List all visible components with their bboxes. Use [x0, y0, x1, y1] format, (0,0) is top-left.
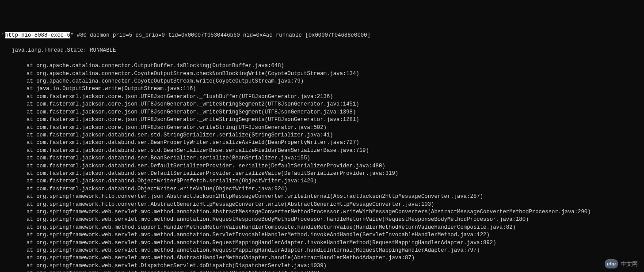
stack-frame: at com.fasterxml.jackson.databind.ser.st… [0, 132, 644, 139]
stack-frame: at org.springframework.web.servlet.mvc.m… [0, 239, 644, 247]
watermark: php 中文网 [605, 259, 638, 268]
stack-trace: at org.apache.catalina.connector.OutputB… [0, 62, 644, 272]
watermark-text: 中文网 [621, 260, 638, 268]
stack-frame: at org.springframework.web.servlet.mvc.m… [0, 254, 644, 262]
thread-state-line: java.lang.Thread.State: RUNNABLE [0, 47, 644, 54]
stack-frame: at org.springframework.web.servlet.mvc.m… [0, 231, 644, 239]
thread-name-highlight[interactable]: http-nio-8088-exec-6 [5, 32, 70, 38]
stack-frame: at org.springframework.web.servlet.mvc.m… [0, 216, 644, 223]
stack-frame: at org.apache.catalina.connector.CoyoteO… [0, 70, 644, 78]
stack-frame: at org.springframework.http.converter.js… [0, 193, 644, 200]
stack-frame: at com.fasterxml.jackson.core.json.UTF8J… [0, 116, 644, 124]
thread-meta: #80 daemon prio=5 os_prio=0 tid=0x00007f… [73, 32, 370, 38]
stack-frame: at com.fasterxml.jackson.core.json.UTF8J… [0, 101, 644, 108]
stack-frame: at com.fasterxml.jackson.databind.ser.De… [0, 162, 644, 170]
stack-frame: at org.springframework.web.servlet.Dispa… [0, 270, 644, 272]
stack-frame: at org.apache.catalina.connector.OutputB… [0, 62, 644, 70]
stack-frame: at java.io.OutputStream.write(OutputStre… [0, 85, 644, 93]
stack-frame: at org.springframework.web.servlet.mvc.m… [0, 247, 644, 254]
stack-frame: at org.springframework.web.servlet.Dispa… [0, 262, 644, 270]
stack-frame: at com.fasterxml.jackson.core.json.UTF8J… [0, 93, 644, 101]
stack-frame: at com.fasterxml.jackson.databind.ser.Be… [0, 139, 644, 147]
stack-frame: at com.fasterxml.jackson.databind.ser.Be… [0, 155, 644, 162]
stack-frame: at com.fasterxml.jackson.core.json.UTF8J… [0, 124, 644, 132]
stack-frame: at org.apache.catalina.connector.CoyoteO… [0, 78, 644, 85]
watermark-badge: php [605, 259, 618, 268]
stack-frame: at com.fasterxml.jackson.core.json.UTF8J… [0, 109, 644, 116]
stack-frame: at com.fasterxml.jackson.databind.ser.De… [0, 170, 644, 178]
stack-frame: at org.springframework.http.converter.Ab… [0, 201, 644, 208]
stack-frame: at com.fasterxml.jackson.databind.Object… [0, 185, 644, 193]
stack-frame: at com.fasterxml.jackson.databind.Object… [0, 178, 644, 185]
stack-frame: at org.springframework.web.servlet.mvc.m… [0, 208, 644, 216]
thread-header-line: "http-nio-8088-exec-6" #80 daemon prio=5… [0, 32, 644, 39]
stack-frame: at org.springframework.web.method.suppor… [0, 224, 644, 231]
stack-frame: at com.fasterxml.jackson.databind.ser.st… [0, 147, 644, 155]
